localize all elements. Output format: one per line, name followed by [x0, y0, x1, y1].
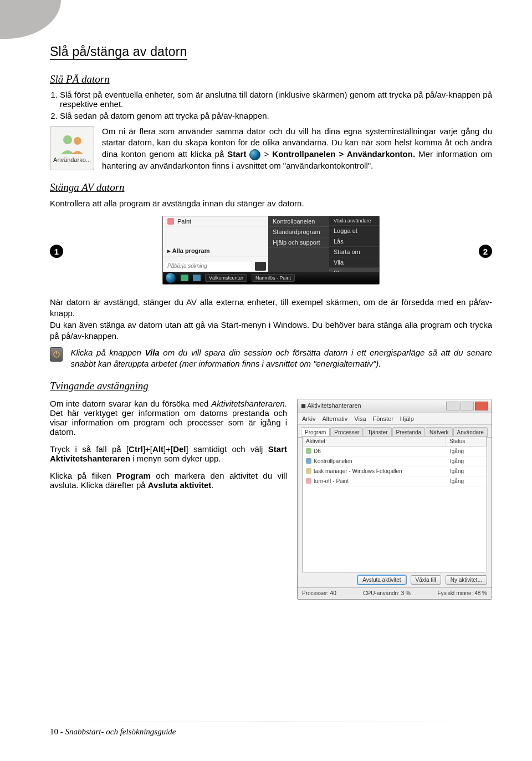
page-footer: 10 - Snabbstart- och felsökningsguide: [50, 727, 176, 737]
user-accounts-info: Om ni är flera som använder samma dator …: [102, 126, 492, 171]
step-1: Slå först på eventuella enheter, som är …: [60, 90, 492, 109]
footer-rule: [50, 722, 492, 722]
user-accounts-icon: Användarko...: [50, 126, 94, 170]
task-manager-screenshot: ◼ Aktivitetshanteraren ArkivAlternativVi…: [297, 399, 492, 600]
svg-point-0: [63, 135, 72, 144]
new-task-button: Ny aktivitet...: [446, 575, 487, 585]
close-icon: [475, 402, 488, 410]
user-icon-caption: Användarko...: [53, 156, 91, 163]
off-intro: Kontrollera att alla program är avstängd…: [50, 198, 492, 209]
section-heading-force: Tvingande avstängning: [50, 380, 492, 392]
callout-2: 2: [479, 245, 492, 258]
task-manager-menu: ArkivAlternativVisaFönsterHjälp: [298, 413, 492, 425]
svg-point-1: [74, 137, 81, 145]
start-menu-screenshot: Paint ▸ Alla program Påbörja sökning ⏻ K…: [162, 216, 380, 285]
power-icon: ⏻: [255, 262, 266, 271]
start-orb-icon: [165, 272, 176, 283]
callout-1: 1: [50, 245, 63, 258]
hibernate-button-icon: [50, 347, 63, 362]
page-title: Slå på/stänga av datorn: [50, 44, 187, 60]
on-steps-list: Slå först på eventuella enheter, som är …: [50, 90, 492, 120]
step-2: Slå sedan på datorn genom att trycka på …: [60, 111, 492, 120]
force-off-text: Om inte datorn svarar kan du försöka med…: [50, 399, 287, 600]
hibernate-hint: Klicka på knappen Vila om du vill spara …: [70, 347, 492, 370]
section-heading-off: Stänga AV datorn: [50, 181, 492, 194]
section-heading-on: Slå PÅ datorn: [50, 73, 492, 85]
window-buttons: [446, 402, 488, 410]
end-task-button: Avsluta aktivitet: [357, 575, 406, 585]
svg-rect-3: [56, 351, 57, 354]
switch-to-button: Växla till: [411, 575, 441, 585]
search-input: Påbörja sökning: [165, 262, 252, 271]
page-corner-decoration: [0, 0, 61, 39]
after-off-text: När datorn är avstängd, stänger du AV al…: [50, 297, 492, 342]
start-orb-icon: [249, 149, 260, 160]
